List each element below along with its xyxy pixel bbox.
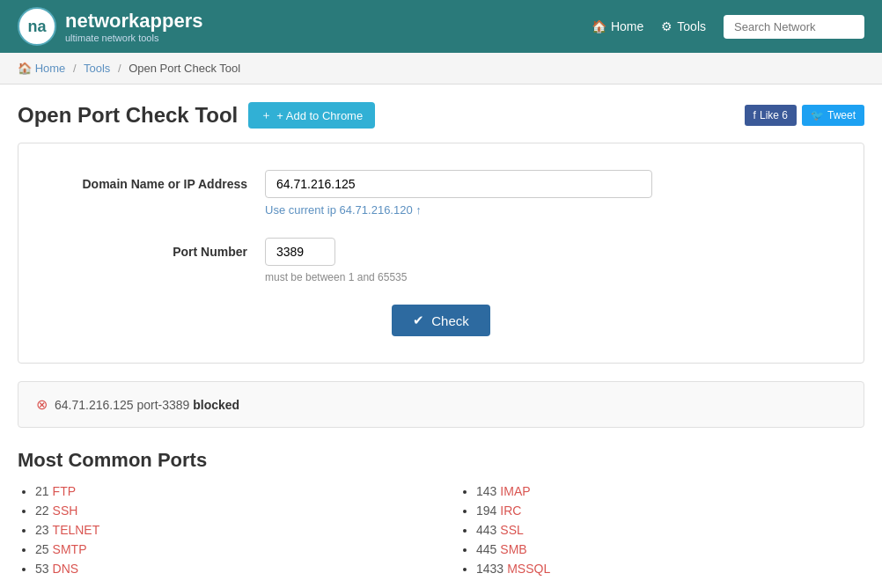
domain-row: Domain Name or IP Address Use current ip… xyxy=(36,170,846,217)
header: na networkappers ultimate network tools … xyxy=(0,0,882,53)
current-ip-text: Use current ip 64.71.216.120 xyxy=(265,203,413,217)
home-icon: 🏠 xyxy=(592,19,606,33)
breadcrumb-sep-2: / xyxy=(118,62,121,75)
port-number: 443 xyxy=(476,523,496,537)
logo-text: networkappers ultimate network tools xyxy=(65,10,203,43)
port-number: 143 xyxy=(476,484,496,498)
list-item: 1433MSSQL xyxy=(476,562,864,576)
list-item: 445SMB xyxy=(476,542,864,556)
add-to-chrome-button[interactable]: ＋ + Add to Chrome xyxy=(248,102,375,129)
social-buttons: f Like 6 🐦 Tweet xyxy=(745,105,864,126)
port-number: 194 xyxy=(476,503,496,518)
port-name-link[interactable]: MSSQL xyxy=(507,562,550,576)
ports-columns: 21FTP22SSH23TELNET25SMTP53DNS 143IMAP194… xyxy=(18,484,864,581)
main-content: Open Port Check Tool ＋ + Add to Chrome f… xyxy=(0,85,882,588)
search-input[interactable] xyxy=(724,15,864,39)
tools-nav-link[interactable]: ⚙ Tools xyxy=(661,19,706,33)
check-icon: ✔ xyxy=(413,312,424,328)
page-title: Open Port Check Tool xyxy=(18,103,238,128)
list-item: 143IMAP xyxy=(476,484,864,498)
tools-nav-label: Tools xyxy=(677,19,706,33)
logo-area: na networkappers ultimate network tools xyxy=(18,7,203,46)
breadcrumb-home[interactable]: Home xyxy=(35,62,66,75)
list-item: 53DNS xyxy=(35,562,423,576)
breadcrumb-sep-1: / xyxy=(73,62,77,75)
port-number: 445 xyxy=(476,542,496,556)
form-panel: Domain Name or IP Address Use current ip… xyxy=(18,143,864,364)
port-name-link[interactable]: SSH xyxy=(53,503,78,518)
check-button[interactable]: ✔ Check xyxy=(392,305,490,336)
left-ports-list: 21FTP22SSH23TELNET25SMTP53DNS xyxy=(18,484,423,576)
list-item: 25SMTP xyxy=(35,542,423,556)
result-status: blocked xyxy=(193,398,239,412)
arrow-up-icon: ↑ xyxy=(415,203,422,217)
port-number: 1433 xyxy=(476,562,503,576)
brand-name: networkappers xyxy=(65,10,203,33)
port-hint: must be between 1 and 65535 xyxy=(265,271,846,283)
twitter-icon: 🐦 xyxy=(811,109,824,121)
port-name-link[interactable]: SSL xyxy=(500,523,523,537)
domain-input[interactable] xyxy=(265,170,652,198)
add-to-chrome-label: + Add to Chrome xyxy=(276,109,363,122)
port-input-area: must be between 1 and 65535 xyxy=(265,238,846,283)
right-ports-list: 143IMAP194IRC443SSL445SMB1433MSSQL xyxy=(459,484,864,576)
list-item: 23TELNET xyxy=(35,523,423,537)
port-number: 22 xyxy=(35,503,49,518)
result-port-val: port-3389 xyxy=(136,398,189,412)
list-item: 443SSL xyxy=(476,523,864,537)
port-name-link[interactable]: IRC xyxy=(500,503,521,518)
tweet-button[interactable]: 🐦 Tweet xyxy=(802,105,864,126)
home-nav-label: Home xyxy=(611,19,643,33)
logo-icon: na xyxy=(18,7,56,46)
fb-like-label: Like 6 xyxy=(760,109,788,121)
list-item: 22SSH xyxy=(35,503,423,518)
plus-icon: ＋ xyxy=(261,107,272,123)
port-name-link[interactable]: SMB xyxy=(500,542,526,556)
result-text: 64.71.216.125 port-3389 blocked xyxy=(55,398,239,412)
domain-input-area: Use current ip 64.71.216.120 ↑ xyxy=(265,170,846,217)
tweet-label: Tweet xyxy=(827,109,856,121)
port-label: Port Number xyxy=(36,238,265,259)
current-ip-hint[interactable]: Use current ip 64.71.216.120 ↑ xyxy=(265,203,846,217)
check-button-row: ✔ Check xyxy=(36,305,846,336)
page-title-left: Open Port Check Tool ＋ + Add to Chrome xyxy=(18,102,375,129)
home-nav-link[interactable]: 🏠 Home xyxy=(592,19,643,33)
list-item: 194IRC xyxy=(476,503,864,518)
common-ports-section: Most Common Ports 21FTP22SSH23TELNET25SM… xyxy=(18,449,864,581)
port-name-link[interactable]: TELNET xyxy=(53,523,100,537)
list-item: 21FTP xyxy=(35,484,423,498)
domain-label: Domain Name or IP Address xyxy=(36,170,265,191)
tagline: ultimate network tools xyxy=(65,33,203,43)
port-name-link[interactable]: DNS xyxy=(53,562,79,576)
port-number: 53 xyxy=(35,562,49,576)
header-nav: 🏠 Home ⚙ Tools xyxy=(592,15,864,39)
result-blocked: ⊗ 64.71.216.125 port-3389 blocked xyxy=(36,396,846,413)
check-label: Check xyxy=(431,313,469,328)
common-ports-title: Most Common Ports xyxy=(18,449,864,472)
result-panel: ⊗ 64.71.216.125 port-3389 blocked xyxy=(18,381,864,428)
breadcrumb: 🏠 Home / Tools / Open Port Check Tool xyxy=(0,53,882,85)
ports-right-col: 143IMAP194IRC443SSL445SMB1433MSSQL xyxy=(459,484,864,581)
port-number: 23 xyxy=(35,523,49,537)
port-name-link[interactable]: SMTP xyxy=(53,542,87,556)
port-name-link[interactable]: IMAP xyxy=(500,484,530,498)
blocked-icon: ⊗ xyxy=(36,396,48,413)
result-ip: 64.71.216.125 xyxy=(55,398,134,412)
port-input[interactable] xyxy=(265,238,335,266)
fb-icon: f xyxy=(753,109,756,121)
port-number: 25 xyxy=(35,542,49,556)
port-name-link[interactable]: FTP xyxy=(53,484,76,498)
gear-icon: ⚙ xyxy=(661,19,673,33)
port-row: Port Number must be between 1 and 65535 xyxy=(36,238,846,283)
page-title-row: Open Port Check Tool ＋ + Add to Chrome f… xyxy=(18,102,864,129)
breadcrumb-current: Open Port Check Tool xyxy=(129,62,240,75)
facebook-like-button[interactable]: f Like 6 xyxy=(745,105,797,126)
ports-left-col: 21FTP22SSH23TELNET25SMTP53DNS xyxy=(18,484,423,581)
home-icon-small: 🏠 xyxy=(18,62,32,75)
port-number: 21 xyxy=(35,484,49,498)
breadcrumb-tools[interactable]: Tools xyxy=(84,62,110,75)
